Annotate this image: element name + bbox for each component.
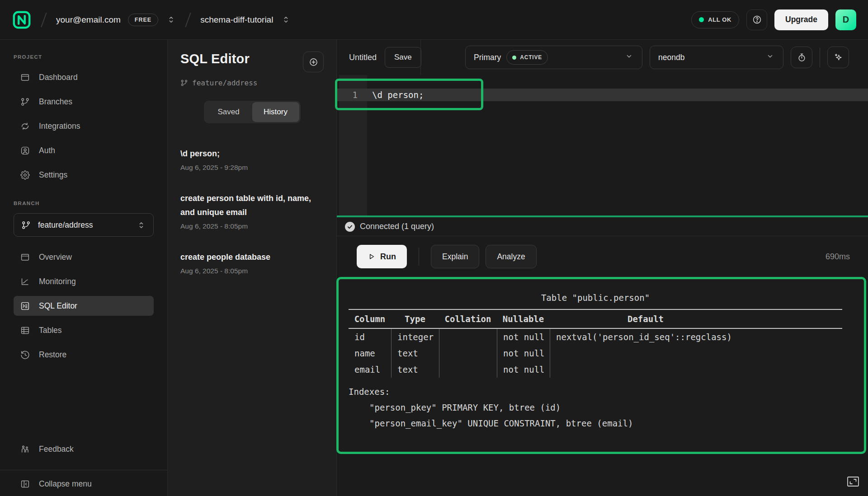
toolbar-divider — [820, 47, 820, 67]
help-button[interactable] — [746, 9, 767, 30]
compute-status-label: ACTIVE — [520, 54, 542, 61]
sidebar-item-label: Collapse menu — [39, 479, 92, 489]
sidebar-item-label: Integrations — [39, 122, 80, 131]
account-switcher-chevrons-icon[interactable] — [166, 15, 176, 24]
plus-circle-icon — [309, 57, 318, 67]
history-item[interactable]: \d person; Aug 6, 2025 - 9:28pm — [180, 147, 324, 172]
sidebar-item-tables[interactable]: Tables — [14, 320, 154, 340]
active-dot-icon — [512, 56, 516, 60]
account-email[interactable]: your@email.com — [56, 15, 121, 25]
branch-icon — [21, 220, 31, 230]
cell — [550, 345, 741, 361]
indexes-label: Indexes: — [349, 387, 842, 397]
project-switcher-chevrons-icon[interactable] — [281, 15, 291, 24]
topbar-left: your@email.com FREE schema-diff-tutorial — [12, 10, 291, 30]
sidebar-item-label: Dashboard — [39, 73, 78, 82]
sidebar: PROJECT Dashboard Branches Integrations … — [0, 40, 168, 496]
index-line: "person_email_key" UNIQUE CONSTRAINT, bt… — [349, 418, 842, 428]
history-item[interactable]: create person table with id, name, and u… — [180, 192, 324, 230]
save-button[interactable]: Save — [385, 47, 421, 68]
results-header: Nullable — [497, 314, 550, 324]
run-button[interactable]: Run — [357, 245, 407, 268]
plan-badge: FREE — [128, 14, 158, 26]
query-timer-button[interactable] — [791, 47, 812, 68]
history-item[interactable]: create people database Aug 6, 2025 - 8:0… — [180, 250, 324, 275]
ai-assist-button[interactable] — [827, 47, 849, 68]
upgrade-button[interactable]: Upgrade — [774, 9, 828, 30]
table-row: email text not null — [349, 361, 842, 378]
integrations-icon — [20, 122, 30, 131]
results-header: Column — [349, 314, 391, 324]
actions-divider — [419, 248, 419, 266]
code-editor[interactable]: 1 \d person; — [337, 75, 868, 215]
analyze-button[interactable]: Analyze — [486, 245, 536, 268]
project-name[interactable]: schema-diff-tutorial — [200, 15, 273, 25]
expand-icon — [846, 476, 860, 487]
sidebar-item-label: SQL Editor — [39, 301, 77, 311]
branch-selector-value: feature/address — [38, 220, 93, 230]
monitoring-icon — [20, 277, 30, 286]
history-query: create person table with id, name, and u… — [180, 192, 314, 220]
query-duration: 690ms — [826, 252, 850, 262]
dashboard-icon — [20, 73, 30, 82]
sidebar-bottom: Feedback Collapse menu — [0, 437, 167, 496]
sidebar-item-overview[interactable]: Overview — [14, 247, 154, 267]
sidebar-item-dashboard[interactable]: Dashboard — [14, 67, 154, 87]
branch-selector-chevrons-icon — [137, 220, 146, 230]
cell: not null — [497, 329, 550, 345]
results-header: Default — [550, 314, 741, 324]
neon-console: your@email.com FREE schema-diff-tutorial… — [0, 0, 868, 496]
results-panel: Table "public.person" Column Type Collat… — [336, 277, 866, 454]
cell — [550, 361, 741, 378]
branch-selector[interactable]: feature/address — [14, 213, 154, 237]
sidebar-item-collapse-menu[interactable]: Collapse menu — [14, 474, 154, 494]
cell — [439, 361, 497, 378]
history-list: \d person; Aug 6, 2025 - 9:28pm create p… — [180, 147, 324, 275]
status-pill[interactable]: ALL OK — [691, 11, 739, 28]
query-actions: Run Explain Analyze 690ms — [337, 236, 868, 277]
sidebar-item-label: Branches — [39, 97, 72, 107]
database-select[interactable]: neondb — [650, 46, 783, 69]
results-body: id integer not null nextval('person_id_s… — [349, 329, 842, 379]
cell — [439, 345, 497, 361]
sparkles-icon — [834, 53, 843, 62]
tab-saved[interactable]: Saved — [205, 102, 252, 122]
user-avatar[interactable]: D — [835, 9, 856, 30]
neon-logo-icon[interactable] — [12, 10, 32, 30]
sidebar-item-sql-editor[interactable]: SQL Editor — [14, 296, 154, 316]
sidebar-heading-project: PROJECT — [0, 54, 167, 60]
sidebar-item-monitoring[interactable]: Monitoring — [14, 271, 154, 291]
editor-active-line[interactable]: 1 \d person; — [337, 89, 868, 101]
gear-icon — [20, 170, 30, 180]
cell: name — [349, 345, 391, 361]
sidebar-item-restore[interactable]: Restore — [14, 345, 154, 365]
cell: text — [391, 345, 439, 361]
table-row: id integer not null nextval('person_id_s… — [349, 329, 842, 345]
breadcrumb-slash — [185, 12, 191, 27]
saved-history-tabs: Saved History — [204, 101, 301, 123]
sidebar-item-label: Monitoring — [39, 277, 76, 286]
results-header: Type — [391, 314, 439, 324]
status-pill-label: ALL OK — [708, 16, 731, 23]
branch-icon — [20, 97, 30, 107]
history-date: Aug 6, 2025 - 8:05pm — [180, 222, 324, 230]
table-row: name text not null — [349, 345, 842, 361]
compute-select[interactable]: Primary ACTIVE — [465, 46, 642, 69]
sidebar-item-integrations[interactable]: Integrations — [14, 116, 154, 136]
tab-history[interactable]: History — [252, 102, 299, 122]
sidebar-item-label: Auth — [39, 146, 55, 155]
results-header-row: Column Type Collation Nullable Default — [349, 310, 842, 328]
query-tab[interactable]: Untitled Save — [337, 40, 421, 75]
sidebar-item-label: Tables — [39, 326, 62, 335]
sidebar-item-auth[interactable]: Auth — [14, 140, 154, 160]
play-icon — [368, 253, 376, 261]
sidebar-item-settings[interactable]: Settings — [14, 165, 154, 185]
cell: nextval('person_id_seq'::regclass) — [550, 329, 741, 345]
code-text: \d person; — [367, 90, 424, 100]
new-query-button[interactable] — [303, 51, 324, 72]
sidebar-item-branches[interactable]: Branches — [14, 92, 154, 112]
expand-results-button[interactable] — [844, 474, 862, 489]
panel-branch: feature/address — [180, 79, 324, 87]
sidebar-item-feedback[interactable]: Feedback — [14, 439, 154, 459]
explain-button[interactable]: Explain — [431, 245, 479, 268]
